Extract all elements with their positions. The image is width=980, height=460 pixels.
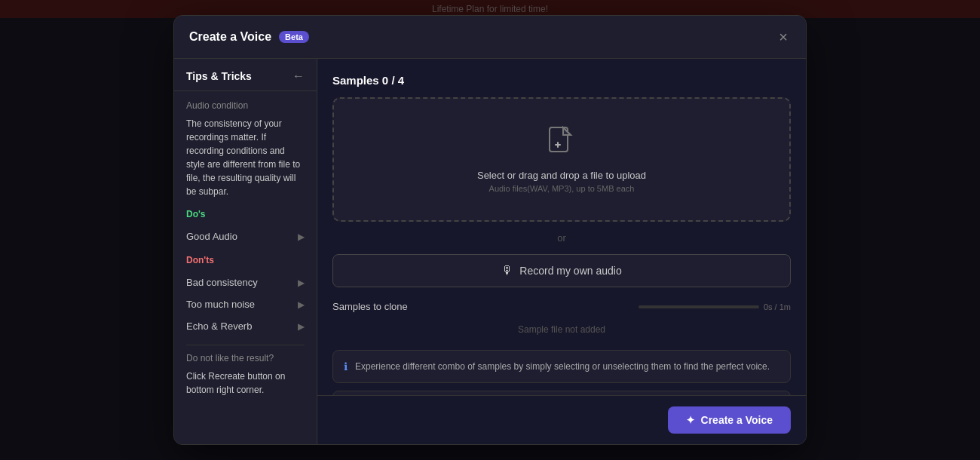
create-voice-button[interactable]: ✦ Create a Voice	[668, 406, 791, 434]
upload-main-text: Select or drag and drop a file to upload	[477, 170, 646, 181]
info-card-samples: ℹ Experience different combo of samples …	[332, 350, 791, 383]
progress-bar	[639, 305, 759, 308]
condition-text: The consistency of your recordings matte…	[186, 117, 305, 198]
menu-item-label: Good Audio	[186, 231, 237, 242]
progress-time: 0s / 1m	[764, 302, 791, 311]
upload-sub-text: Audio files(WAV, MP3), up to 5MB each	[489, 184, 635, 193]
beta-badge: Beta	[279, 31, 309, 43]
left-content: Audio condition The consistency of your …	[174, 91, 317, 444]
divider	[186, 345, 305, 345]
menu-item-label: Too much noise	[186, 299, 255, 310]
menu-item-too-much-noise[interactable]: Too much noise ▶	[186, 293, 305, 315]
record-btn-label: Record my own audio	[519, 265, 621, 277]
dos-label: Do's	[186, 209, 305, 219]
samples-title: Samples 0 / 4	[332, 74, 791, 87]
right-content: Samples 0 / 4 Select or drag and drop a …	[317, 59, 806, 395]
or-divider: or	[332, 232, 791, 244]
create-btn-label: Create a Voice	[701, 414, 773, 426]
menu-item-label: Bad consistency	[186, 277, 258, 288]
right-panel: Samples 0 / 4 Select or drag and drop a …	[317, 59, 806, 444]
samples-clone-label: Samples to clone	[332, 301, 408, 312]
menu-item-label: Echo & Reverb	[186, 320, 252, 332]
menu-item-echo-reverb[interactable]: Echo & Reverb ▶	[186, 315, 305, 337]
modal-overlay: Create a Voice Beta × Tips & Tricks ← Au…	[0, 0, 980, 460]
tips-label: Tips & Tricks	[186, 70, 252, 82]
modal-header: Create a Voice Beta ×	[174, 16, 806, 59]
sparkle-icon: ✦	[686, 414, 695, 426]
mic-icon: 🎙	[501, 264, 513, 278]
upload-icon	[548, 126, 575, 162]
info-card-text-1: Experience different combo of samples by…	[355, 360, 770, 373]
modal-title: Create a Voice	[189, 30, 271, 44]
chevron-right-icon: ▶	[298, 299, 305, 310]
info-icon: ℹ	[344, 360, 348, 373]
dont-like-label: Do not like the result?	[186, 353, 305, 363]
collapse-icon[interactable]: ←	[292, 69, 305, 83]
samples-clone-row: Samples to clone 0s / 1m	[332, 301, 791, 312]
modal-close-button[interactable]: ×	[776, 26, 791, 48]
record-audio-button[interactable]: 🎙 Record my own audio	[332, 254, 791, 287]
menu-item-good-audio[interactable]: Good Audio ▶	[186, 225, 305, 247]
upload-area[interactable]: Select or drag and drop a file to upload…	[332, 97, 791, 222]
recreate-text: Click Recreate button on bottom right co…	[186, 370, 305, 397]
left-panel: Tips & Tricks ← Audio condition The cons…	[174, 59, 317, 444]
progress-container: 0s / 1m	[639, 302, 791, 311]
chevron-right-icon: ▶	[298, 278, 305, 288]
tips-header: Tips & Tricks ←	[174, 59, 317, 91]
chevron-right-icon: ▶	[298, 321, 305, 332]
sample-empty-text: Sample file not added	[332, 317, 791, 342]
menu-item-bad-consistency[interactable]: Bad consistency ▶	[186, 271, 305, 293]
audio-condition-label: Audio condition	[186, 100, 305, 111]
create-voice-modal: Create a Voice Beta × Tips & Tricks ← Au…	[173, 15, 807, 445]
modal-body: Tips & Tricks ← Audio condition The cons…	[174, 59, 806, 444]
donts-label: Don'ts	[186, 255, 305, 265]
modal-footer: ✦ Create a Voice	[317, 395, 806, 444]
chevron-right-icon: ▶	[298, 232, 305, 242]
